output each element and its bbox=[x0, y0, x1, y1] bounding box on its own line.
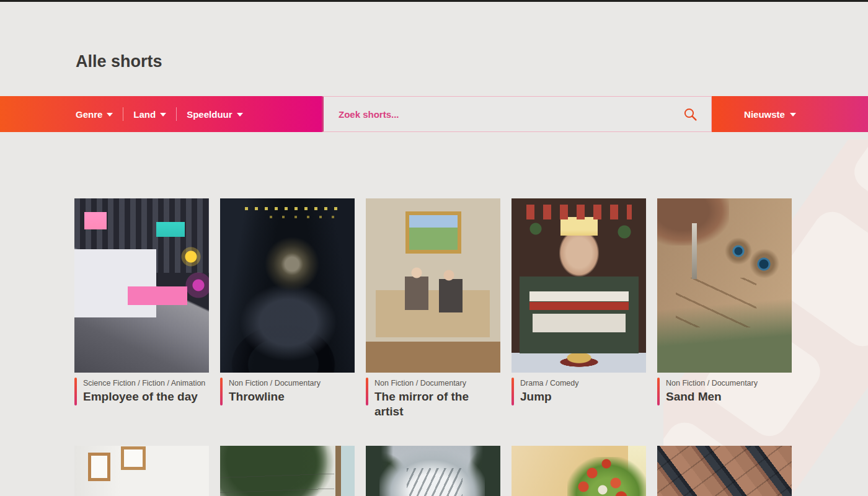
short-card bbox=[366, 446, 500, 496]
short-texts: Non Fiction / Documentary Sand Men bbox=[666, 378, 758, 405]
page-title: Alle shorts bbox=[76, 52, 868, 71]
filter-speelduur-label: Speelduur bbox=[187, 109, 232, 120]
shorts-grid: Science Fiction / Fiction / Animation Em… bbox=[74, 198, 792, 496]
search-icon[interactable] bbox=[683, 107, 698, 122]
chevron-down-icon bbox=[160, 113, 166, 117]
short-thumbnail[interactable] bbox=[366, 446, 500, 496]
short-thumbnail[interactable] bbox=[74, 446, 209, 496]
filter-group: Genre Land Speelduur bbox=[0, 96, 322, 132]
chevron-down-icon bbox=[790, 113, 796, 117]
chevron-down-icon bbox=[107, 113, 113, 117]
short-thumbnail[interactable] bbox=[220, 198, 355, 373]
sort-dropdown[interactable]: Nieuwste bbox=[712, 96, 868, 132]
filter-separator bbox=[176, 107, 177, 121]
short-card bbox=[74, 446, 209, 496]
search-field[interactable] bbox=[322, 96, 712, 132]
filter-separator bbox=[123, 107, 123, 121]
short-texts: Non Fiction / Documentary The mirror of … bbox=[374, 378, 500, 419]
short-genres: Non Fiction / Documentary bbox=[229, 378, 321, 388]
accent-bar bbox=[657, 378, 660, 405]
short-title[interactable]: Sand Men bbox=[666, 389, 758, 404]
short-meta: Drama / Comedy Jump bbox=[512, 378, 646, 405]
short-thumbnail[interactable] bbox=[366, 198, 500, 373]
short-meta: Science Fiction / Fiction / Animation Em… bbox=[74, 378, 209, 405]
short-card: Science Fiction / Fiction / Animation Em… bbox=[74, 198, 209, 405]
accent-bar bbox=[220, 378, 223, 405]
filter-genre-label: Genre bbox=[76, 109, 102, 120]
short-texts: Science Fiction / Fiction / Animation Em… bbox=[83, 378, 205, 405]
chevron-down-icon bbox=[237, 113, 243, 117]
short-title[interactable]: Throwline bbox=[229, 389, 321, 404]
short-thumbnail[interactable] bbox=[657, 446, 792, 496]
accent-bar bbox=[512, 378, 514, 405]
short-card bbox=[220, 446, 355, 496]
short-card: Drama / Comedy Jump bbox=[512, 198, 646, 405]
short-thumbnail[interactable] bbox=[512, 446, 646, 496]
short-meta: Non Fiction / Documentary Throwline bbox=[220, 378, 355, 405]
short-card bbox=[512, 446, 646, 496]
short-card: Non Fiction / Documentary The mirror of … bbox=[366, 198, 500, 405]
short-thumbnail[interactable] bbox=[74, 198, 209, 373]
short-meta: Non Fiction / Documentary The mirror of … bbox=[366, 378, 500, 419]
search-input[interactable] bbox=[324, 109, 711, 120]
short-genres: Non Fiction / Documentary bbox=[374, 378, 500, 388]
short-card bbox=[657, 446, 792, 496]
short-meta: Non Fiction / Documentary Sand Men bbox=[657, 378, 792, 405]
short-genres: Science Fiction / Fiction / Animation bbox=[83, 378, 205, 388]
short-card: Non Fiction / Documentary Sand Men bbox=[657, 198, 792, 405]
filter-land-label: Land bbox=[133, 109, 156, 120]
filter-speelduur[interactable]: Speelduur bbox=[187, 109, 242, 120]
short-thumbnail[interactable] bbox=[512, 198, 646, 373]
short-title[interactable]: The mirror of the artist bbox=[374, 389, 500, 419]
short-thumbnail[interactable] bbox=[220, 446, 355, 496]
short-genres: Drama / Comedy bbox=[520, 378, 578, 388]
accent-bar bbox=[74, 378, 77, 405]
filter-genre[interactable]: Genre bbox=[76, 109, 113, 120]
short-texts: Drama / Comedy Jump bbox=[520, 378, 578, 405]
window-top-border bbox=[0, 0, 868, 2]
short-thumbnail[interactable] bbox=[657, 198, 792, 373]
short-texts: Non Fiction / Documentary Throwline bbox=[229, 378, 321, 405]
short-title[interactable]: Jump bbox=[520, 389, 578, 404]
short-title[interactable]: Employee of the day bbox=[83, 389, 205, 404]
filter-bar: Genre Land Speelduur Nieuwste bbox=[0, 96, 868, 132]
short-genres: Non Fiction / Documentary bbox=[666, 378, 758, 388]
sort-label: Nieuwste bbox=[744, 109, 785, 120]
filter-land[interactable]: Land bbox=[133, 109, 166, 120]
accent-bar bbox=[366, 378, 368, 405]
short-card: Non Fiction / Documentary Throwline bbox=[220, 198, 355, 405]
